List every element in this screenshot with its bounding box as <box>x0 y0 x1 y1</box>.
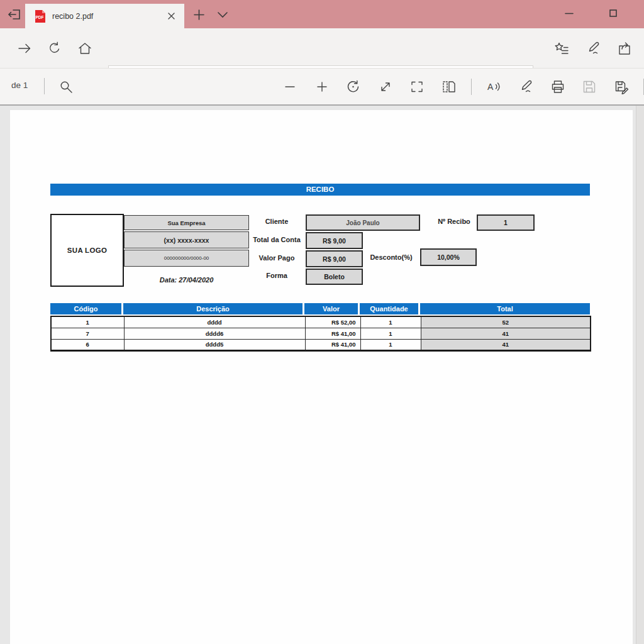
toolbar-divider <box>471 79 472 95</box>
add-notes-button[interactable] <box>516 77 535 96</box>
cell-total: 41 <box>421 328 591 339</box>
cell-quantidade: 1 <box>360 328 421 339</box>
rotate-icon <box>346 79 361 94</box>
set-aside-tabs-icon <box>7 8 22 21</box>
set-aside-tabs-button[interactable] <box>5 7 24 22</box>
plus-icon <box>194 9 204 20</box>
forward-arrow-icon <box>17 41 32 56</box>
forma-value-box: Boleto <box>306 269 363 285</box>
hub-favorites-icon <box>554 42 569 55</box>
share-icon <box>617 41 632 56</box>
title-bar: PDF recibo 2.pdf <box>0 0 644 28</box>
read-aloud-button[interactable]: A <box>485 77 504 96</box>
page-layout-icon <box>441 79 457 94</box>
tab-recibo-pdf[interactable]: PDF recibo 2.pdf <box>25 4 184 28</box>
total-da-conta-label: Total da Conta <box>247 236 307 245</box>
save-as-button[interactable] <box>612 77 631 96</box>
refresh-icon <box>47 41 62 56</box>
table-row: 7 dddd6 R$ 41,00 1 41 <box>51 328 591 339</box>
print-button[interactable] <box>548 77 567 96</box>
cell-total: 52 <box>421 316 591 328</box>
rotate-button[interactable] <box>344 77 363 96</box>
cell-valor: R$ 41,00 <box>305 339 360 350</box>
svg-text:A: A <box>487 82 494 92</box>
page-indicator: de 1 <box>11 80 28 90</box>
forward-button[interactable] <box>15 39 34 58</box>
zoom-out-icon <box>283 80 297 94</box>
logo-box: SUA LOGO <box>50 214 124 287</box>
numero-recibo-value-box: 1 <box>477 214 535 231</box>
cell-descricao: dddd6 <box>124 328 305 339</box>
company-name-box: Sua Empresa <box>124 215 249 230</box>
company-phone-box: (xx) xxxx-xxxx <box>124 231 249 248</box>
desconto-value-box: 10,00% <box>420 248 477 266</box>
zoom-in-button[interactable] <box>313 77 331 96</box>
pdf-viewer: RECIBO SUA LOGO Sua Empresa (xx) xxxx-xx… <box>0 106 644 644</box>
cell-codigo: 7 <box>51 328 124 339</box>
items-table: 1 dddd R$ 52,00 1 52 7 dddd6 R$ 41,00 1 … <box>50 316 591 352</box>
save-as-icon <box>614 79 629 94</box>
cell-valor: R$ 52,00 <box>305 316 360 328</box>
pdf-page: RECIBO SUA LOGO Sua Empresa (xx) xxxx-xx… <box>10 110 633 644</box>
cell-quantidade: 1 <box>360 339 421 350</box>
numero-recibo-label: Nº Recibo <box>429 218 479 226</box>
web-note-button[interactable] <box>584 39 602 58</box>
hub-favorites-button[interactable] <box>552 39 571 58</box>
cell-descricao: dddd5 <box>124 339 305 350</box>
header-descricao: Descrição <box>123 303 304 314</box>
home-icon <box>77 41 92 56</box>
tab-close-button[interactable] <box>164 9 178 23</box>
share-button[interactable] <box>615 39 634 58</box>
minimize-icon <box>565 9 574 18</box>
new-tab-button[interactable] <box>189 6 208 23</box>
page-layout-button[interactable] <box>440 77 458 96</box>
pen-icon <box>518 79 533 94</box>
cell-descricao: dddd <box>124 316 305 328</box>
header-quantidade: Quantidade <box>360 303 420 314</box>
tab-title: recibo 2.pdf <box>52 12 164 21</box>
pdf-toolbar: de 1 <box>0 68 644 106</box>
valor-pago-value-box: R$ 9,00 <box>306 250 363 267</box>
vertical-scrollbar[interactable] <box>636 106 644 644</box>
cell-valor: R$ 41,00 <box>305 328 360 339</box>
maximize-button[interactable] <box>599 0 628 26</box>
zoom-out-button[interactable] <box>280 77 299 96</box>
company-document-box: 000000000/0000-00 <box>124 250 249 267</box>
minimize-button[interactable] <box>555 0 584 26</box>
address-bar: file:///C:/Users/joaopaulo/Desktop/recib… <box>0 28 644 68</box>
forma-label: Forma <box>247 272 307 280</box>
total-da-conta-value-box: R$ 9,00 <box>306 232 363 249</box>
fit-page-button[interactable] <box>408 77 426 96</box>
zoom-in-icon <box>315 80 329 94</box>
chevron-down-icon <box>218 11 228 19</box>
cliente-label: Cliente <box>247 218 307 226</box>
tab-preview-button[interactable] <box>214 8 231 23</box>
save-button[interactable] <box>580 77 599 96</box>
read-aloud-icon: A <box>486 79 502 94</box>
search-icon <box>58 79 74 94</box>
diagonal-resize-icon <box>378 79 393 94</box>
browser-window: PDF recibo 2.pdf <box>0 0 644 644</box>
search-button[interactable] <box>57 77 75 96</box>
valor-pago-label: Valor Pago <box>247 254 307 263</box>
home-button[interactable] <box>75 39 94 58</box>
header-total: Total <box>420 303 590 314</box>
cell-codigo: 1 <box>51 316 124 328</box>
maximize-icon <box>609 9 618 18</box>
cell-codigo: 6 <box>51 339 124 350</box>
toolbar-divider <box>44 78 45 94</box>
fit-width-button[interactable] <box>376 77 395 96</box>
receipt-date: Data: 27/04/2020 <box>124 276 249 286</box>
cliente-value-box: João Paulo <box>306 214 420 231</box>
pen-icon <box>586 41 601 56</box>
pdf-file-icon: PDF <box>34 9 46 23</box>
items-table-header: Código Descrição Valor Quantidade Total <box>50 303 590 314</box>
table-row: 1 dddd R$ 52,00 1 52 <box>51 316 591 328</box>
pdf-tool-group: A <box>280 77 644 96</box>
cell-total: 41 <box>421 339 591 350</box>
header-valor: Valor <box>304 303 360 314</box>
refresh-button[interactable] <box>45 39 64 58</box>
fit-page-icon <box>409 79 425 94</box>
desconto-label: Desconto(%) <box>364 253 419 262</box>
print-icon <box>550 79 565 94</box>
